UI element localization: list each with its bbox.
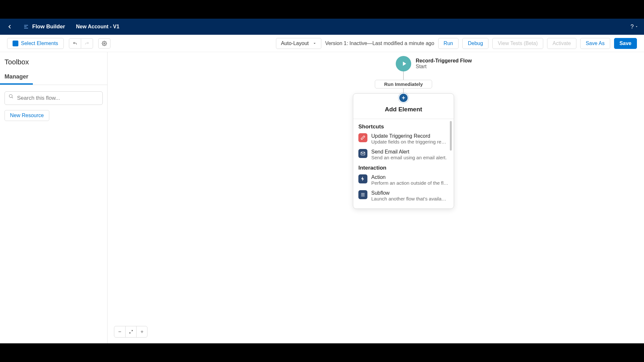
- item-title: Subflow: [371, 190, 449, 196]
- item-desc: Perform an action outside of the flow. .…: [371, 180, 449, 186]
- item-send-email-alert[interactable]: Send Email Alert Send an email using an …: [358, 149, 449, 160]
- view-tests-button[interactable]: View Tests (Beta): [492, 38, 543, 49]
- select-elements-button[interactable]: Select Elements: [7, 38, 64, 49]
- zoom-in-button[interactable]: [136, 326, 147, 337]
- undo-button[interactable]: [69, 38, 81, 49]
- debug-button[interactable]: Debug: [462, 38, 488, 49]
- flow-name: New Account - V1: [76, 24, 119, 30]
- flow-builder-icon: [23, 24, 29, 30]
- help-icon: ?: [630, 23, 634, 30]
- item-desc: Launch another flow that's available in.…: [371, 196, 449, 201]
- search-icon: [8, 94, 14, 100]
- section-interaction: Interaction: [358, 165, 449, 171]
- toolbar: Select Elements Auto-Layout Version 1: I…: [0, 35, 644, 52]
- tab-manager[interactable]: Manager: [0, 70, 33, 85]
- scrollbar[interactable]: [450, 121, 452, 151]
- zoom-out-button[interactable]: [114, 326, 125, 337]
- item-desc: Send an email using an email alert.: [371, 155, 447, 160]
- search-input[interactable]: [5, 91, 103, 105]
- start-node-subtitle: Start: [416, 64, 472, 70]
- svg-point-0: [104, 43, 105, 44]
- start-node[interactable]: Record-Triggered Flow Start: [396, 56, 472, 71]
- item-action[interactable]: Action Perform an action outside of the …: [358, 174, 449, 186]
- layout-mode-label: Auto-Layout: [281, 41, 308, 46]
- select-elements-icon: [13, 41, 18, 46]
- save-as-button[interactable]: Save As: [580, 38, 610, 49]
- plus-icon: [401, 95, 406, 100]
- connector-line: [403, 71, 404, 80]
- add-element-button[interactable]: [399, 93, 408, 103]
- redo-button[interactable]: [81, 38, 93, 49]
- help-menu[interactable]: ?: [630, 23, 638, 30]
- redo-icon: [84, 41, 90, 46]
- item-title: Action: [371, 174, 449, 180]
- toolbox-title: Toolbox: [0, 52, 107, 70]
- undo-redo-group: [69, 38, 93, 49]
- section-shortcuts: Shortcuts: [358, 124, 449, 130]
- item-desc: Update fields on the triggering record.: [371, 139, 449, 144]
- plus-icon: [140, 330, 144, 334]
- sidebar: Toolbox Manager New Resource: [0, 52, 108, 343]
- subflow-icon: [358, 190, 367, 199]
- run-button[interactable]: Run: [438, 38, 459, 49]
- save-button[interactable]: Save: [614, 38, 637, 49]
- new-resource-button[interactable]: New Resource: [5, 110, 49, 121]
- app-nav: Flow Builder New Account - V1 ?: [0, 19, 644, 35]
- email-icon: [358, 149, 367, 158]
- layout-mode-dropdown[interactable]: Auto-Layout: [276, 38, 321, 49]
- app-title: Flow Builder: [32, 23, 65, 30]
- select-elements-label: Select Elements: [21, 41, 58, 46]
- update-record-icon: [358, 133, 367, 142]
- item-title: Update Triggering Record: [371, 133, 449, 139]
- zoom-controls: [114, 326, 147, 338]
- back-button[interactable]: [6, 23, 14, 31]
- activate-button[interactable]: Activate: [547, 38, 576, 49]
- settings-button[interactable]: [98, 38, 110, 49]
- action-icon: [358, 174, 367, 183]
- canvas[interactable]: Record-Triggered Flow Start Run Immediat…: [108, 52, 644, 343]
- zoom-fit-button[interactable]: [125, 326, 136, 337]
- arrow-left-icon: [6, 23, 13, 30]
- add-element-popover: Add Element Shortcuts Update Triggering …: [353, 93, 454, 209]
- start-node-title: Record-Triggered Flow: [416, 58, 472, 64]
- gear-icon: [102, 41, 107, 46]
- run-immediately-pill[interactable]: Run Immediately: [375, 80, 432, 88]
- item-title: Send Email Alert: [371, 149, 447, 155]
- undo-icon: [72, 41, 78, 46]
- fit-icon: [129, 330, 133, 334]
- item-subflow[interactable]: Subflow Launch another flow that's avail…: [358, 190, 449, 201]
- item-update-triggering-record[interactable]: Update Triggering Record Update fields o…: [358, 133, 449, 144]
- caret-down-icon: [635, 25, 638, 28]
- svg-point-1: [9, 95, 12, 97]
- version-status: Version 1: Inactive—Last modified a minu…: [325, 41, 434, 46]
- minus-icon: [118, 330, 122, 334]
- play-icon: [396, 56, 411, 71]
- caret-down-icon: [313, 42, 317, 45]
